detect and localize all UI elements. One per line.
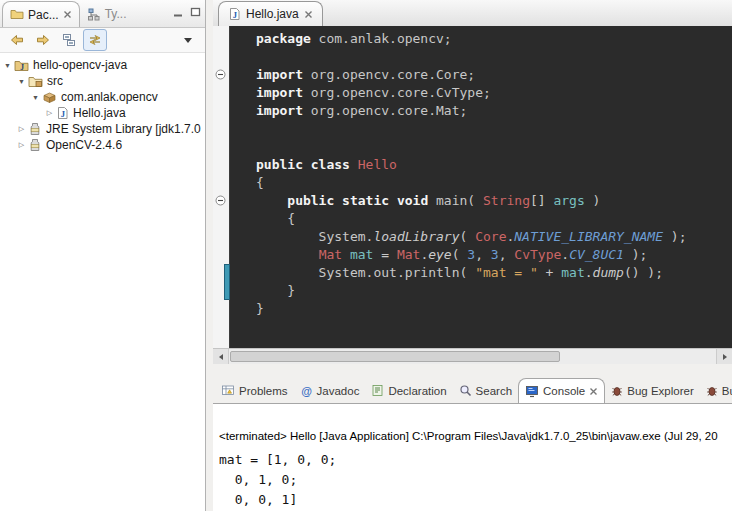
tree-item-label: src (47, 74, 63, 88)
code-line: public static void main( String[] args ) (256, 192, 732, 210)
tree-item-label: hello-opencv-java (33, 58, 127, 72)
tab-bug[interactable]: Bug (700, 378, 732, 403)
tab-javadoc[interactable]: @Javadoc (294, 378, 366, 403)
code-line: import org.opencv.core.CvType; (256, 84, 732, 102)
tree-twistie[interactable]: ▷ (44, 109, 55, 117)
minimize-icon[interactable] (173, 7, 184, 18)
code-line: } (256, 282, 732, 300)
view-menu-button[interactable] (176, 29, 200, 51)
code-line (256, 138, 732, 156)
close-icon[interactable] (63, 10, 72, 19)
fold-marker[interactable] (215, 69, 226, 80)
console-line: mat = [1, 0, 0; (219, 450, 732, 470)
bottom-panel: Problems@JavadocDeclarationSearchConsole… (213, 377, 732, 511)
explorer-tabs: Pac...Ty... (2, 0, 133, 27)
code-line: System.out.println( "mat = " + mat.dump(… (256, 264, 732, 282)
tab-problems[interactable]: Problems (215, 378, 294, 403)
panel-controls (173, 7, 201, 18)
package-icon (42, 91, 57, 104)
tree-item-hello-opencv-java[interactable]: ▼Jhello-opencv-java (0, 57, 205, 73)
fold-marker[interactable] (215, 195, 226, 206)
svg-text:J: J (61, 109, 66, 119)
tab-label: Console (543, 385, 585, 397)
code-line: package com.anlak.opencv; (256, 30, 732, 48)
tree-item-label: com.anlak.opencv (61, 90, 158, 104)
tree-item-label: Hello.java (73, 106, 126, 120)
editor-tabbar: J Hello.java (213, 0, 732, 27)
tree-item-src[interactable]: ▼src (0, 73, 205, 89)
link-with-editor-icon (88, 33, 102, 47)
back-arrow-button[interactable] (5, 29, 29, 51)
view-tab-label: Pac... (28, 8, 59, 22)
project-tree: ▼Jhello-opencv-java▼src▼com.anlak.opencv… (0, 53, 205, 153)
explorer-tabbar: Pac...Ty... (0, 0, 205, 28)
console-header: <terminated> Hello [Java Application] C:… (213, 404, 732, 442)
close-editor-icon[interactable] (304, 10, 313, 19)
code-line: System.loadLibrary( Core.NATIVE_LIBRARY_… (256, 228, 732, 246)
java-file-icon: J (56, 106, 69, 120)
package-explorer-icon (10, 8, 24, 21)
editor-area: J Hello.java package com.anlak.opencv;im… (213, 0, 732, 364)
code-line: { (256, 174, 732, 192)
maximize-icon[interactable] (190, 7, 201, 18)
tree-twistie[interactable]: ▷ (16, 125, 27, 133)
link-with-editor-button[interactable] (83, 29, 107, 51)
type-hierarchy-icon (87, 8, 101, 21)
package-explorer-view: Pac...Ty... ▼Jhello-opencv-java▼src▼com.… (0, 0, 206, 511)
explorer-toolbar (0, 28, 205, 53)
scroll-right-button[interactable] (716, 349, 732, 364)
svg-text:J: J (20, 62, 24, 71)
library-icon (28, 122, 42, 136)
tree-item-com-anlak-opencv[interactable]: ▼com.anlak.opencv (0, 89, 205, 105)
java-file-icon: J (228, 7, 241, 21)
tab-console[interactable]: Console (518, 378, 605, 403)
code-line: Mat mat = Mat.eye( 3, 3, CvType.CV_8UC1 … (256, 246, 732, 264)
tree-item-label: JRE System Library [jdk1.7.0 (46, 122, 201, 136)
code-editor[interactable]: package com.anlak.opencv;import org.open… (230, 26, 732, 349)
bottom-tabbar: Problems@JavadocDeclarationSearchConsole… (213, 377, 732, 403)
collapse-all-button[interactable] (57, 29, 81, 51)
editor-body: package com.anlak.opencv;import org.open… (213, 26, 732, 349)
editor-tab-hello-java[interactable]: J Hello.java (218, 1, 323, 26)
tab-search[interactable]: Search (453, 378, 518, 403)
scroll-left-button[interactable] (213, 349, 229, 364)
svg-text:J: J (233, 10, 238, 20)
eclipse-window: Pac...Ty... ▼Jhello-opencv-java▼src▼com.… (0, 0, 732, 511)
library-icon (28, 138, 42, 152)
code-line: import org.opencv.core.Mat; (256, 102, 732, 120)
tree-twistie[interactable]: ▼ (2, 62, 13, 69)
bug-icon (611, 385, 623, 397)
console-output: mat = [1, 0, 0; 0, 1, 0; 0, 0, 1] (213, 442, 732, 510)
scrollbar-thumb[interactable] (230, 351, 560, 362)
code-line (256, 48, 732, 66)
tree-twistie[interactable]: ▷ (16, 141, 27, 149)
tab-bug-explorer[interactable]: Bug Explorer (605, 378, 699, 403)
declaration-icon (371, 384, 384, 397)
search-icon (459, 384, 472, 397)
tab-label: Declaration (388, 385, 446, 397)
forward-arrow-button[interactable] (31, 29, 55, 51)
code-line (256, 120, 732, 138)
back-arrow-icon (9, 33, 25, 47)
close-console-icon[interactable] (589, 387, 598, 396)
tree-item-opencv-2-4-6[interactable]: ▷OpenCV-2.4.6 (0, 137, 205, 153)
code-line: } (256, 300, 732, 318)
console-line: 0, 0, 1] (219, 490, 732, 510)
tree-twistie[interactable]: ▼ (16, 78, 27, 85)
java-project-icon: J (14, 59, 29, 72)
view-tab-ty[interactable]: Ty... (80, 1, 134, 27)
console-icon (525, 385, 539, 398)
editor-hscrollbar[interactable] (213, 348, 732, 364)
editor-fold-ruler[interactable] (213, 26, 230, 349)
bug-icon (706, 385, 718, 397)
tree-item-hello-java[interactable]: ▷JHello.java (0, 105, 205, 121)
view-tab-label: Ty... (105, 7, 127, 21)
tree-twistie[interactable]: ▼ (30, 94, 41, 101)
tab-declaration[interactable]: Declaration (365, 378, 452, 403)
code-line: public class Hello (256, 156, 732, 174)
editor-tab-label: Hello.java (246, 7, 299, 21)
view-tab-pac[interactable]: Pac... (2, 1, 80, 27)
tree-item-jre-system-library-jdk1-7-0[interactable]: ▷JRE System Library [jdk1.7.0 (0, 121, 205, 137)
tab-label: Search (476, 385, 512, 397)
view-menu-icon (183, 36, 193, 44)
